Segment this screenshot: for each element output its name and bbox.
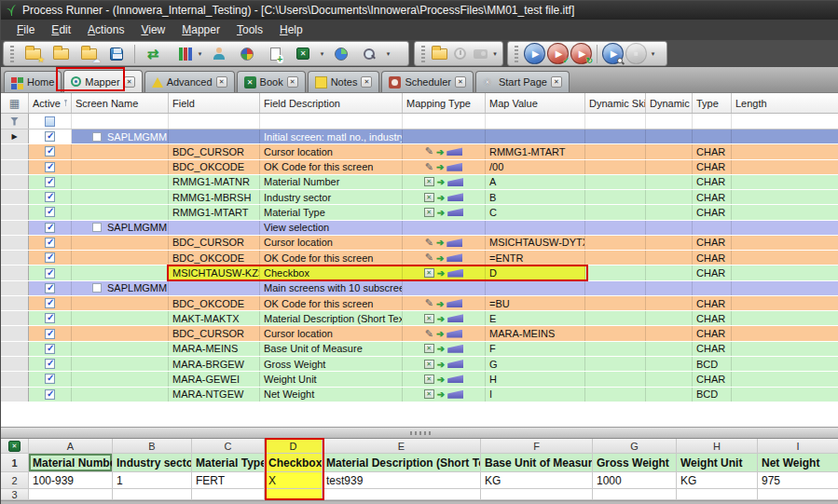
dynamic-cell[interactable]	[646, 221, 693, 235]
field-description-cell[interactable]: OK Code for this screen	[260, 296, 403, 310]
library-dropdown-caret[interactable]	[196, 43, 204, 65]
length-cell[interactable]	[732, 372, 838, 386]
row-number[interactable]: 2	[1, 472, 29, 489]
screen-name-cell[interactable]	[72, 144, 169, 158]
col-letter-e[interactable]: E	[323, 439, 481, 454]
sheet-cell-c2[interactable]: FERT	[192, 472, 265, 489]
sheet-cell-d3[interactable]	[265, 489, 323, 500]
col-letter-h[interactable]: H	[677, 439, 758, 454]
table-row[interactable]: MARA-BRGEW Gross Weight G BCD	[1, 357, 838, 372]
length-cell[interactable]	[732, 160, 838, 174]
snapshot-button[interactable]	[471, 43, 489, 65]
dynamic-cell[interactable]	[646, 129, 693, 143]
dynamic-cell[interactable]	[646, 326, 693, 340]
row-indicator[interactable]	[1, 311, 29, 325]
col-header-length[interactable]: Length	[732, 93, 838, 113]
stop-dropdown-caret[interactable]	[649, 43, 657, 65]
type-cell[interactable]	[693, 221, 732, 235]
field-cell[interactable]	[169, 281, 260, 295]
active-cell[interactable]	[29, 175, 72, 189]
run-loop-button[interactable]	[570, 43, 592, 64]
row-indicator[interactable]	[1, 266, 29, 279]
sheet-cell-i1[interactable]: Net Weight	[758, 454, 838, 472]
type-cell[interactable]	[693, 281, 732, 295]
col-letter-b[interactable]: B	[113, 439, 192, 454]
run-validate-button[interactable]	[547, 43, 569, 64]
new-document-button[interactable]	[262, 43, 288, 65]
field-cell[interactable]: MSICHTAUSW-KZSE...	[169, 266, 260, 279]
user-button[interactable]	[206, 43, 232, 65]
history-button[interactable]	[451, 43, 470, 65]
checkbox-checked-icon[interactable]	[45, 268, 55, 279]
dynamic-skip-cell[interactable]	[585, 251, 646, 265]
open-process-button[interactable]	[48, 43, 74, 65]
screen-name-cell[interactable]	[72, 388, 169, 402]
screen-name-cell[interactable]	[72, 160, 169, 174]
active-cell[interactable]	[29, 251, 72, 265]
active-cell[interactable]	[29, 144, 72, 158]
map-value-cell[interactable]	[486, 129, 585, 143]
type-cell[interactable]: CHAR	[693, 372, 732, 386]
dynamic-skip-cell[interactable]	[585, 221, 646, 235]
field-description-cell[interactable]: Cursor location	[260, 144, 403, 158]
length-cell[interactable]	[732, 266, 838, 279]
group-checkbox-icon[interactable]	[92, 283, 102, 293]
checkbox-checked-icon[interactable]	[45, 389, 55, 400]
close-icon[interactable]	[216, 76, 227, 88]
field-description-cell[interactable]: Material Type	[260, 205, 403, 219]
filter-cell[interactable]	[72, 114, 169, 129]
grid-filter-row[interactable]	[1, 114, 838, 129]
length-cell[interactable]	[732, 190, 838, 204]
mapping-type-cell[interactable]	[403, 221, 486, 235]
dynamic-cell[interactable]	[646, 251, 693, 265]
col-letter-f[interactable]: F	[481, 439, 593, 454]
checkbox-checked-icon[interactable]	[45, 313, 55, 323]
length-cell[interactable]	[732, 281, 838, 295]
new-process-button[interactable]	[20, 43, 46, 65]
table-row[interactable]: BDC_OKCODE OK Code for this screen =ENTR…	[1, 251, 838, 266]
field-cell[interactable]	[169, 221, 260, 235]
checkbox-checked-icon[interactable]	[45, 223, 55, 233]
type-cell[interactable]: CHAR	[693, 175, 732, 189]
checkbox-checked-icon[interactable]	[45, 207, 55, 217]
screen-name-cell[interactable]: SAPLMGMM - 0060	[72, 129, 169, 143]
close-icon[interactable]	[455, 76, 466, 88]
preview-document-button[interactable]	[356, 43, 382, 65]
excel-dropdown-caret[interactable]	[318, 43, 326, 65]
mapping-type-cell[interactable]	[403, 266, 486, 279]
sheet-cell-g1[interactable]: Gross Weight	[593, 454, 677, 472]
type-cell[interactable]: CHAR	[693, 296, 732, 310]
active-cell[interactable]	[29, 190, 72, 204]
field-description-cell[interactable]: Material Number	[260, 175, 403, 189]
table-row[interactable]: RMMG1-MBRSH Industry sector B CHAR	[1, 190, 838, 205]
active-cell[interactable]	[29, 205, 72, 219]
screen-name-cell[interactable]	[72, 372, 169, 386]
screen-name-cell[interactable]	[72, 205, 169, 219]
checkbox-checked-icon[interactable]	[45, 329, 55, 339]
tab-notes[interactable]: Notes	[308, 71, 380, 92]
sheet-cell-c3[interactable]	[192, 489, 265, 500]
dynamic-cell[interactable]	[646, 190, 693, 204]
table-row-group-0060[interactable]: ▶ SAPLMGMM - 0060 Initial screen: matl n…	[1, 129, 838, 144]
sheet-cell-a1[interactable]: Material Number	[29, 454, 113, 472]
dynamic-cell[interactable]	[646, 175, 693, 189]
col-letter-i[interactable]: I	[758, 439, 838, 454]
map-value-cell[interactable]: H	[486, 372, 585, 386]
col-letter-a[interactable]: A	[29, 439, 113, 454]
map-value-cell[interactable]: =ENTR	[486, 251, 585, 265]
checkbox-checked-icon[interactable]	[45, 192, 55, 202]
length-cell[interactable]	[732, 236, 838, 250]
excel-export-button[interactable]	[290, 43, 316, 65]
active-cell[interactable]	[29, 236, 72, 250]
length-cell[interactable]	[732, 388, 838, 402]
active-cell[interactable]	[29, 342, 72, 356]
field-description-cell[interactable]: Industry sector	[260, 190, 403, 204]
tab-start-page[interactable]: Start Page	[475, 71, 570, 92]
sheet-cell-h2[interactable]: KG	[677, 472, 758, 489]
checkbox-checked-icon[interactable]	[45, 298, 55, 308]
sheet-cell-e2[interactable]: test939	[323, 472, 481, 489]
menu-mapper[interactable]: Mapper	[173, 21, 228, 38]
row-indicator[interactable]	[1, 372, 29, 386]
dynamic-cell[interactable]	[646, 388, 693, 402]
tab-book[interactable]: Book	[237, 71, 306, 92]
